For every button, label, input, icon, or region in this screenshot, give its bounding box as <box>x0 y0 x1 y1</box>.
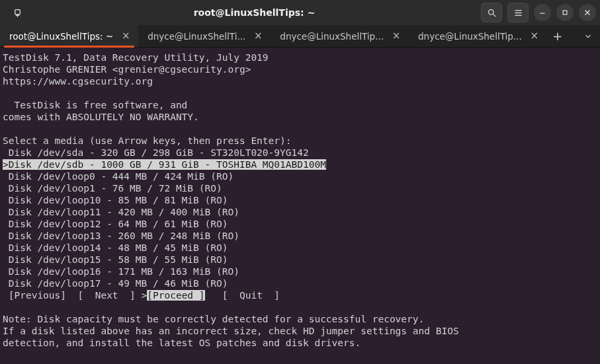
plus-tab-icon <box>13 8 22 18</box>
search-icon <box>487 8 497 18</box>
tabbar: root@LinuxShellTips: ~ × dnyce@LinuxShel… <box>0 25 600 48</box>
window-title: root@LinuxShellTips: ~ <box>28 7 481 18</box>
note-line1: Note: Disk capacity must be correctly de… <box>3 314 424 324</box>
disk-row-3[interactable]: Disk /dev/loop1 - 76 MB / 72 MiB (RO) <box>3 183 222 194</box>
tab-close-3[interactable]: × <box>529 30 540 42</box>
disk-row-1-selected[interactable]: >Disk /dev/sdb - 1000 GB / 931 GiB - TOS… <box>3 159 326 170</box>
tab-0[interactable]: root@LinuxShellTips: ~ × <box>0 25 138 47</box>
svg-line-4 <box>493 14 495 17</box>
menu-proceed-prefix: > <box>142 290 148 301</box>
close-button[interactable] <box>579 4 596 21</box>
note-line2: If a disk listed above has an incorrect … <box>3 326 459 336</box>
app-prompt: Select a media (use Arrow keys, then pre… <box>3 135 292 146</box>
tab-close-1[interactable]: × <box>252 30 264 42</box>
disk-row-5[interactable]: Disk /dev/loop11 - 420 MB / 400 MiB (RO) <box>3 207 239 217</box>
disk-row-2[interactable]: Disk /dev/loop0 - 444 MB / 424 MiB (RO) <box>3 171 234 182</box>
note-line3: detection, and install the latest OS pat… <box>3 338 361 348</box>
new-tab-button[interactable] <box>7 3 28 22</box>
app-notice-line1: TestDisk is free software, and <box>3 100 187 110</box>
menu-proceed[interactable]: [Proceed ] <box>147 290 204 301</box>
tab-close-2[interactable]: × <box>390 30 402 42</box>
tab-3[interactable]: dnyce@LinuxShellTip... × <box>409 25 547 47</box>
app-header-line2: Christophe GRENIER <grenier@cgsecurity.o… <box>3 64 251 75</box>
minimize-icon <box>538 8 547 17</box>
disk-row-11[interactable]: Disk /dev/loop17 - 49 MB / 46 MiB (RO) <box>3 278 228 289</box>
tab-overflow-button[interactable] <box>576 25 600 47</box>
tab-close-0[interactable]: × <box>120 30 132 42</box>
maximize-icon <box>560 8 570 17</box>
tab-2[interactable]: dnyce@LinuxShellTip... × <box>271 25 409 47</box>
disk-row-0[interactable]: Disk /dev/sda - 320 GB / 298 GiB - ST320… <box>3 147 309 158</box>
chevron-down-icon <box>583 32 593 41</box>
svg-point-3 <box>488 9 493 15</box>
search-button[interactable] <box>481 3 502 22</box>
tab-label: dnyce@LinuxShellTip... <box>418 31 522 42</box>
tab-add-button[interactable]: + <box>547 25 568 47</box>
app-notice-line2: comes with ABSOLUTELY NO WARRANTY. <box>3 112 199 122</box>
close-icon <box>583 8 592 17</box>
tab-label: dnyce@LinuxShellTip... <box>280 31 384 42</box>
disk-row-4[interactable]: Disk /dev/loop10 - 85 MB / 81 MiB (RO) <box>3 195 228 205</box>
hamburger-icon <box>513 8 523 18</box>
tab-label: root@LinuxShellTips: ~ <box>9 31 113 42</box>
disk-row-6[interactable]: Disk /dev/loop12 - 64 MB / 61 MiB (RO) <box>3 219 228 229</box>
minimize-button[interactable] <box>534 4 551 21</box>
disk-row-10[interactable]: Disk /dev/loop16 - 171 MB / 163 MiB (RO) <box>3 266 239 277</box>
hamburger-menu-button[interactable] <box>507 3 529 22</box>
maximize-button[interactable] <box>556 4 574 21</box>
svg-rect-9 <box>563 11 567 15</box>
disk-row-7[interactable]: Disk /dev/loop13 - 260 MB / 248 MiB (RO) <box>3 231 239 241</box>
tab-1[interactable]: dnyce@LinuxShellTi... × <box>138 25 271 47</box>
menu-quit[interactable]: [ Quit ] <box>205 290 280 301</box>
disk-row-9[interactable]: Disk /dev/loop15 - 58 MB / 55 MiB (RO) <box>3 254 228 265</box>
titlebar: root@LinuxShellTips: ~ <box>0 0 600 25</box>
terminal[interactable]: TestDisk 7.1, Data Recovery Utility, Jul… <box>0 48 600 364</box>
tab-label: dnyce@LinuxShellTi... <box>148 31 245 42</box>
app-header-line1: TestDisk 7.1, Data Recovery Utility, Jul… <box>3 52 269 63</box>
disk-row-8[interactable]: Disk /dev/loop14 - 48 MB / 45 MiB (RO) <box>3 242 228 253</box>
menu-previous-next[interactable]: [Previous] [ Next ] <box>3 290 142 301</box>
app-header-line3: https://www.cgsecurity.org <box>3 76 153 87</box>
